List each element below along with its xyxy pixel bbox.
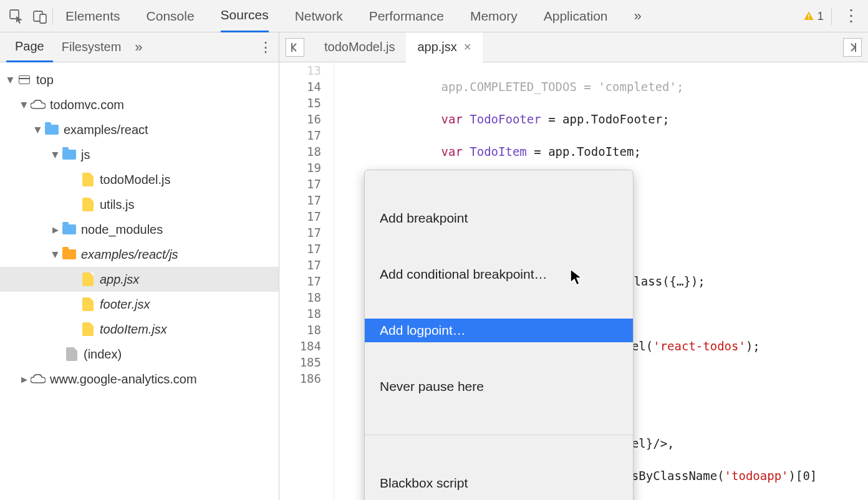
editor-panel: todoModel.js app.jsx ✕ 13 14 15 16 17 18… <box>279 32 868 500</box>
navigator-tab-page[interactable]: Page <box>6 32 53 62</box>
ctx-add-conditional[interactable]: Add conditional breakpoint… <box>365 262 633 286</box>
tree-domain[interactable]: ▶ todomvc.com <box>0 92 279 117</box>
line-number[interactable]: 185 <box>279 354 321 370</box>
editor-tabstrip: todoModel.js app.jsx ✕ <box>279 32 868 62</box>
code-token: TodoItem <box>470 145 527 158</box>
line-number[interactable]: 17 <box>279 273 321 289</box>
navigator-menu-icon[interactable]: ⋮ <box>259 39 272 55</box>
cloud-icon <box>30 100 46 110</box>
tab-sources[interactable]: Sources <box>221 0 269 32</box>
main-area: Page Filesystem » ⋮ ▶ top ▶ todomvc.com … <box>0 32 868 500</box>
tab-application[interactable]: Application <box>544 0 608 32</box>
line-number[interactable]: 13 <box>279 62 321 79</box>
ctx-never-pause[interactable]: Never pause here <box>365 375 633 398</box>
tree-file-footer[interactable]: footer.jsx <box>0 292 279 317</box>
line-number[interactable]: 14 <box>279 79 321 95</box>
warning-badge[interactable]: 1 <box>803 9 824 23</box>
tree-file-todoitem[interactable]: todoItem.jsx <box>0 317 279 342</box>
tree-label: app.jsx <box>100 272 139 287</box>
toolbar-divider <box>831 7 832 25</box>
code-token: var <box>441 145 463 158</box>
line-number[interactable]: 16 <box>279 111 321 127</box>
tree-label: (index) <box>84 347 122 362</box>
code-editor[interactable]: 13 14 15 16 17 18 19 17 17 17 17 17 17 1… <box>279 62 868 500</box>
tree-folder-examples[interactable]: ▶ examples/react <box>0 117 279 142</box>
line-number[interactable]: 19 <box>279 160 321 176</box>
tree-file-utils[interactable]: utils.js <box>0 192 279 217</box>
tab-performance[interactable]: Performance <box>369 0 444 32</box>
editor-tab-todomodel[interactable]: todoModel.js <box>313 32 406 62</box>
line-number[interactable]: 17 <box>279 224 321 241</box>
device-toggle-icon[interactable] <box>29 5 51 27</box>
tab-network[interactable]: Network <box>295 0 343 32</box>
code-token: )[0] <box>789 469 817 483</box>
folder-icon <box>61 150 77 160</box>
folder-icon <box>44 125 60 135</box>
warning-count: 1 <box>817 9 824 23</box>
toolbar-right: 1 ⋮ <box>803 6 863 26</box>
line-number[interactable]: 18 <box>279 143 321 160</box>
chevron-right-icon: ▶ <box>51 149 60 160</box>
file-tree: ▶ top ▶ todomvc.com ▶ examples/react ▶ j… <box>0 62 279 397</box>
navigator-tab-filesystem[interactable]: Filesystem <box>53 32 130 62</box>
tree-label: examples/react/js <box>81 248 178 262</box>
line-number[interactable]: 18 <box>279 322 321 338</box>
line-number[interactable]: 18 <box>279 305 321 322</box>
file-icon <box>64 347 80 361</box>
show-debugger-icon[interactable] <box>843 38 862 57</box>
line-number[interactable]: 17 <box>279 192 321 208</box>
line-gutter[interactable]: 13 14 15 16 17 18 19 17 17 17 17 17 17 1… <box>279 62 334 500</box>
ctx-blackbox[interactable]: Blackbox script <box>365 471 633 495</box>
editor-tab-app[interactable]: app.jsx ✕ <box>406 32 482 62</box>
tree-folder-node-modules[interactable]: ▶ node_modules <box>0 217 279 242</box>
tree-file-todomodel[interactable]: todoModel.js <box>0 167 279 192</box>
ctx-label: Never pause here <box>380 378 484 395</box>
navigator-tabs: Page Filesystem » ⋮ <box>0 32 279 62</box>
tree-folder-js[interactable]: ▶ js <box>0 142 279 167</box>
tree-label: footer.jsx <box>100 297 150 312</box>
line-number[interactable]: 17 <box>279 241 321 257</box>
inspect-icon[interactable] <box>5 5 27 27</box>
folder-icon <box>61 249 77 259</box>
tab-console[interactable]: Console <box>147 0 195 32</box>
chevron-right-icon: ▶ <box>19 375 30 384</box>
tree-label: todoItem.jsx <box>100 322 167 337</box>
close-icon[interactable]: ✕ <box>463 41 471 53</box>
code-token: TodoFooter <box>470 112 541 126</box>
file-icon <box>80 322 96 336</box>
code-token: app.COMPLETED_TODOS = 'completed'; <box>441 80 684 94</box>
gutter-context-menu: Add breakpoint Add conditional breakpoin… <box>364 170 634 500</box>
chevron-right-icon: ▶ <box>20 99 29 110</box>
tree-label: todomvc.com <box>50 98 124 112</box>
tree-folder-sourcemapped[interactable]: ▶ examples/react/js <box>0 242 279 267</box>
code-token: var <box>441 112 463 126</box>
tab-elements[interactable]: Elements <box>65 0 120 32</box>
tree-file-app[interactable]: app.jsx <box>0 267 279 292</box>
code-token: ); <box>746 339 760 353</box>
kebab-menu-icon[interactable]: ⋮ <box>839 6 863 26</box>
cloud-icon <box>30 374 46 384</box>
ctx-add-logpoint[interactable]: Add logpoint… <box>365 319 633 342</box>
line-number[interactable]: 18 <box>279 289 321 305</box>
line-number[interactable]: 17 <box>279 257 321 273</box>
line-number[interactable]: 184 <box>279 338 321 354</box>
line-number[interactable]: 17 <box>279 208 321 224</box>
tree-domain-ga[interactable]: ▶ www.google-analytics.com <box>0 367 279 392</box>
folder-icon <box>61 224 77 234</box>
line-number[interactable]: 15 <box>279 95 321 111</box>
ctx-add-breakpoint[interactable]: Add breakpoint <box>365 206 633 230</box>
tree-label: top <box>36 73 54 87</box>
tab-memory[interactable]: Memory <box>470 0 518 32</box>
tabs-overflow[interactable]: » <box>634 0 641 32</box>
line-number[interactable]: 17 <box>279 127 321 143</box>
navigator-sidebar: Page Filesystem » ⋮ ▶ top ▶ todomvc.com … <box>0 32 279 500</box>
line-number[interactable]: 17 <box>279 176 321 192</box>
navigator-tabs-overflow[interactable]: » <box>135 39 142 55</box>
code-content[interactable]: app.COMPLETED_TODOS = 'completed'; var T… <box>334 62 868 500</box>
line-number[interactable]: 186 <box>279 370 321 387</box>
tree-top[interactable]: ▶ top <box>0 67 279 92</box>
ctx-separator <box>365 435 633 435</box>
code-token: = app.TodoFooter; <box>541 112 670 126</box>
nav-back-icon[interactable] <box>286 38 304 57</box>
tree-file-index[interactable]: (index) <box>0 342 279 367</box>
